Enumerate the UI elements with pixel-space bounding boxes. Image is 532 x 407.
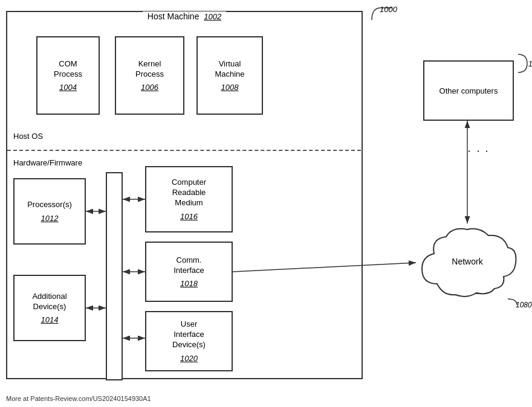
com-process-id: 1004 — [59, 83, 77, 92]
virtual-machine-box: VirtualMachine 1008 — [196, 36, 263, 115]
diagram-container: { "diagram": { "title": "System Architec… — [0, 0, 532, 407]
hw-fw-label: Hardware/Firmware — [13, 158, 82, 167]
kernel-process-id: 1006 — [141, 83, 158, 92]
ref-1000: 1000 — [369, 5, 396, 25]
ref-1090-label: 1090 — [528, 60, 532, 68]
uid-id: 1020 — [180, 354, 198, 363]
crm-box: ComputerReadableMedium 1016 — [145, 166, 233, 232]
host-machine-id: 1002 — [204, 12, 221, 21]
comm-interface-box: Comm.Interface 1018 — [145, 242, 233, 302]
kernel-process-label: KernelProcess — [135, 59, 164, 80]
kernel-process-box: KernelProcess 1006 — [115, 36, 184, 115]
host-os-label: Host OS — [13, 132, 43, 141]
other-computers-box: Other computers — [423, 60, 514, 121]
additional-devices-box: AdditionalDevice(s) 1014 — [13, 275, 86, 341]
network-cloud: Network — [416, 223, 519, 302]
uid-box: UserInterfaceDevice(s) 1020 — [145, 311, 233, 371]
ellipsis-dots: ··· — [465, 150, 491, 154]
ref-1090-area: 1090 — [515, 51, 532, 77]
host-machine-title: Host Machine — [148, 11, 199, 21]
uid-label: UserInterfaceDevice(s) — [172, 319, 206, 350]
ref-1000-label: 1000 — [380, 5, 397, 14]
dashed-divider — [7, 150, 361, 151]
ref-1080-area: 1080 — [505, 296, 523, 313]
host-machine-label: Host Machine 1002 — [143, 11, 226, 21]
comm-interface-label: Comm.Interface — [174, 255, 204, 276]
crm-id: 1016 — [180, 212, 198, 221]
com-process-label: COMProcess — [54, 59, 82, 80]
virtual-machine-label: VirtualMachine — [215, 59, 244, 80]
additional-devices-label: AdditionalDevice(s) — [32, 292, 66, 312]
com-process-box: COMProcess 1004 — [36, 36, 100, 115]
processor-label: Processor(s) — [27, 200, 72, 210]
virtual-machine-id: 1008 — [221, 83, 239, 92]
footer-text: More at Patents-Review.com/US20240154930… — [6, 395, 151, 402]
processor-id: 1012 — [41, 214, 59, 223]
comm-interface-id: 1018 — [180, 279, 198, 288]
processor-box: Processor(s) 1012 — [13, 178, 86, 245]
other-computers-label: Other computers — [440, 86, 498, 95]
crm-label: ComputerReadableMedium — [172, 178, 206, 208]
bus-bar — [106, 172, 123, 380]
ref-1080-label: 1080 — [516, 301, 532, 309]
svg-text:Network: Network — [452, 257, 483, 266]
additional-devices-id: 1014 — [41, 315, 59, 324]
